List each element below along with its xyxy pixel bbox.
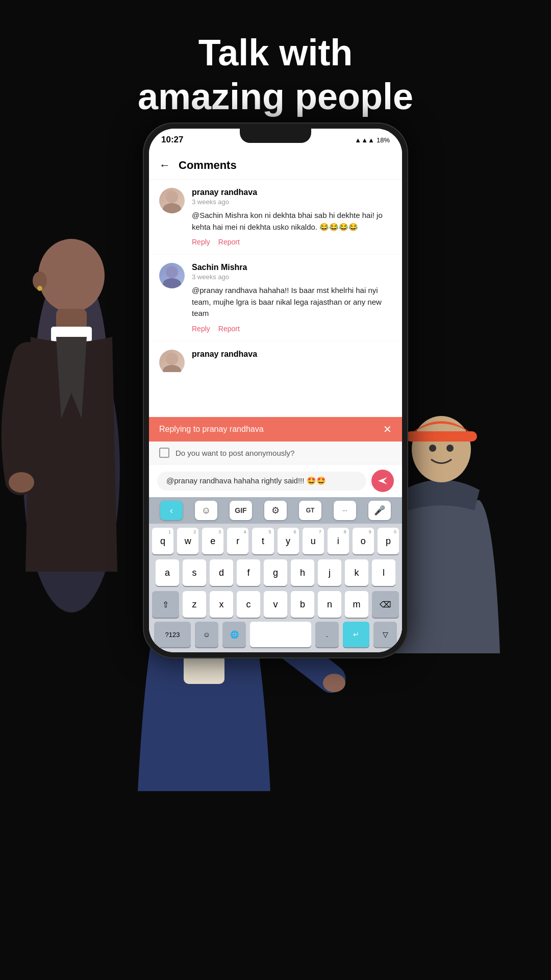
keyboard-translate-button[interactable]: GT <box>299 501 321 520</box>
back-button[interactable]: ← <box>159 159 170 172</box>
key-r[interactable]: 4r <box>227 528 248 554</box>
anonymous-checkbox[interactable] <box>159 448 169 458</box>
key-n[interactable]: n <box>318 591 341 618</box>
anonymous-label: Do you want to post anonymously? <box>176 449 294 457</box>
signal-icon: ▲▲▲ <box>355 136 374 144</box>
key-o[interactable]: 9o <box>353 528 374 554</box>
key-k[interactable]: k <box>345 559 368 586</box>
avatar <box>159 350 185 372</box>
comment-author: pranay randhava <box>192 350 392 359</box>
keyboard: ‹ ☺ GIF ⚙ GT ··· 🎤 1q 2w 3e 4r 5t 6y 7u <box>149 497 402 652</box>
key-t[interactable]: 5t <box>252 528 273 554</box>
key-emoji[interactable]: ☺ <box>195 622 218 647</box>
keyboard-gif-button[interactable]: GIF <box>230 501 252 520</box>
status-time: 10:27 <box>161 135 183 145</box>
key-u[interactable]: 7u <box>303 528 324 554</box>
keyboard-row-3: ⇧ z x c v b n m ⌫ <box>152 591 399 618</box>
replying-bar: Replying to pranay randhava ✕ <box>149 417 402 442</box>
report-button[interactable]: Report <box>218 325 240 333</box>
keyboard-row-1: 1q 2w 3e 4r 5t 6y 7u 8i 9o 0p <box>152 528 399 554</box>
keyboard-back-button[interactable]: ‹ <box>160 501 183 520</box>
key-s[interactable]: s <box>183 559 206 586</box>
key-l[interactable]: l <box>372 559 395 586</box>
key-x[interactable]: x <box>210 591 233 618</box>
notch <box>240 129 311 143</box>
comment-time: 3 weeks ago <box>192 198 392 206</box>
key-w[interactable]: 2w <box>177 528 198 554</box>
key-e[interactable]: 3e <box>202 528 223 554</box>
key-z[interactable]: z <box>183 591 206 618</box>
svg-point-19 <box>166 266 178 278</box>
key-j[interactable]: j <box>318 559 341 586</box>
keyboard-emoji-button[interactable]: ☺ <box>195 501 217 520</box>
reply-input[interactable] <box>157 472 366 491</box>
comment-text: @Sachin Mishra kon ni dekhta bhai sab hi… <box>192 210 392 233</box>
battery-icon: 18% <box>377 136 390 144</box>
key-b[interactable]: b <box>291 591 314 618</box>
avatar <box>159 263 185 288</box>
key-d[interactable]: d <box>210 559 233 586</box>
key-c[interactable]: c <box>237 591 260 618</box>
keyboard-mic-button[interactable]: 🎤 <box>368 501 391 520</box>
key-v[interactable]: v <box>264 591 287 618</box>
keyboard-more-button[interactable]: ··· <box>334 501 356 520</box>
key-a[interactable]: a <box>156 559 179 586</box>
anonymous-row: Do you want to post anonymously? <box>149 442 402 464</box>
svg-point-20 <box>163 278 181 288</box>
key-shift[interactable]: ⇧ <box>152 591 179 618</box>
comment-text: @pranay randhava hahaha!! Is baar mst kh… <box>192 285 392 320</box>
keyboard-settings-button[interactable]: ⚙ <box>264 501 287 520</box>
svg-point-18 <box>163 203 181 213</box>
key-dismiss[interactable]: ▽ <box>373 622 397 647</box>
key-enter[interactable]: ↵ <box>343 622 369 647</box>
comment-content: pranay randhava 3 weeks ago @Sachin Mish… <box>192 188 392 246</box>
svg-point-21 <box>166 353 178 365</box>
key-period[interactable]: . <box>315 622 339 647</box>
comment-time: 3 weeks ago <box>192 273 392 281</box>
comment-item: Sachin Mishra 3 weeks ago @pranay randha… <box>149 255 402 341</box>
key-h[interactable]: h <box>291 559 314 586</box>
keyboard-row-2: a s d f g h j k l <box>152 559 399 586</box>
avatar <box>159 188 185 213</box>
replying-text: Replying to pranay randhava <box>159 425 264 434</box>
key-symbols[interactable]: ?123 <box>154 622 191 647</box>
comment-actions: Reply Report <box>192 238 392 246</box>
key-q[interactable]: 1q <box>152 528 173 554</box>
key-backspace[interactable]: ⌫ <box>372 591 399 618</box>
svg-point-17 <box>166 191 178 203</box>
comment-item-partial: pranay randhava <box>149 341 402 372</box>
key-globe[interactable]: 🌐 <box>222 622 246 647</box>
page-title: Comments <box>179 159 237 172</box>
key-space[interactable] <box>250 622 311 647</box>
comment-content: Sachin Mishra 3 weeks ago @pranay randha… <box>192 263 392 333</box>
key-m[interactable]: m <box>345 591 368 618</box>
svg-point-22 <box>163 365 181 372</box>
reply-button[interactable]: Reply <box>192 238 210 246</box>
comment-content-partial: pranay randhava <box>192 350 392 372</box>
keyboard-rows: 1q 2w 3e 4r 5t 6y 7u 8i 9o 0p a s d f <box>149 524 402 620</box>
send-button[interactable] <box>371 470 394 492</box>
keyboard-toolbar: ‹ ☺ GIF ⚙ GT ··· 🎤 <box>149 497 402 524</box>
key-f[interactable]: f <box>237 559 260 586</box>
report-button[interactable]: Report <box>218 238 240 246</box>
replying-close-button[interactable]: ✕ <box>383 423 392 435</box>
comment-author: pranay randhava <box>192 188 392 197</box>
comment-author: Sachin Mishra <box>192 263 392 272</box>
comment-item: pranay randhava 3 weeks ago @Sachin Mish… <box>149 180 402 255</box>
comment-actions: Reply Report <box>192 325 392 333</box>
comments-header: ← Comments <box>149 151 402 180</box>
reply-input-row <box>149 464 402 497</box>
key-i[interactable]: 8i <box>328 528 349 554</box>
phone-frame: 10:27 ▲▲▲ 18% ← Comments <box>143 122 408 658</box>
key-y[interactable]: 6y <box>278 528 299 554</box>
comments-area: pranay randhava 3 weeks ago @Sachin Mish… <box>149 180 402 417</box>
keyboard-bottom-row: ?123 ☺ 🌐 . ↵ ▽ <box>149 620 402 652</box>
phone-screen: 10:27 ▲▲▲ 18% ← Comments <box>149 129 402 652</box>
hero-text: Talk with amazing people <box>0 31 551 119</box>
reply-button[interactable]: Reply <box>192 325 210 333</box>
key-g[interactable]: g <box>264 559 287 586</box>
key-p[interactable]: 0p <box>378 528 399 554</box>
